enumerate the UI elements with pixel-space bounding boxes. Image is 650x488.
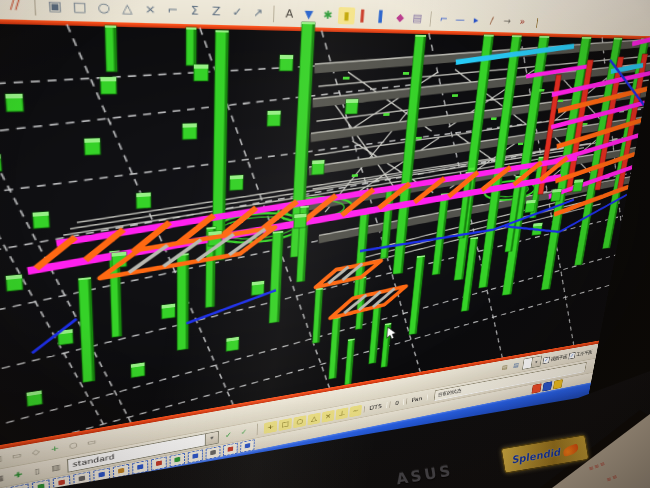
selection-switch-icon[interactable]	[32, 479, 50, 488]
toolbar-icon[interactable]: ▥	[47, 460, 64, 475]
view-plane-label: 视图平面	[550, 353, 567, 362]
toolbar-icon[interactable]: △	[307, 412, 320, 425]
toolbar-separator	[257, 424, 258, 436]
checkmark-icon: ✓	[543, 356, 550, 364]
toolbar-icon[interactable]: □	[279, 418, 292, 431]
work-plane-checkbox[interactable]: ✓ 工作平面	[568, 349, 592, 359]
status-phase: 0	[389, 398, 404, 407]
flame-icon	[562, 443, 580, 456]
toolbar-icon[interactable]: ▯	[28, 464, 45, 479]
view-plane-checkbox[interactable]: ✓ 视图平面	[543, 353, 568, 364]
toolbar-icon[interactable]: ~	[349, 404, 362, 417]
selection-switch-icon[interactable]	[11, 483, 30, 488]
chevron-down-icon: ▾	[531, 356, 542, 367]
status-dts: DTS	[364, 402, 388, 413]
toolbar-icon[interactable]: +	[46, 442, 63, 457]
toolbar-icon[interactable]: ✓	[237, 425, 251, 439]
status-pan: Pan	[406, 394, 428, 404]
checkmark-icon: ✓	[568, 352, 575, 359]
work-plane-label: 工作平面	[576, 349, 593, 358]
toolbar-icon[interactable]: ▭	[83, 435, 99, 450]
toolbar-icon[interactable]: ○	[293, 415, 306, 428]
status-message: 当前的状态	[437, 387, 461, 398]
toolbar-icon[interactable]: ▭	[8, 448, 26, 463]
monitor-photo: ◉◎// ▣□○△×⌐ΣZ✓↗ A▼✱▮▍▍◆▤ ⌐—▸/→»| □▭◇+○▭ …	[0, 0, 650, 488]
toolbar-icon[interactable]: ▤	[510, 360, 521, 372]
toolbar-icon[interactable]: □	[0, 452, 6, 467]
toolbar-icon[interactable]: ✓	[222, 428, 236, 442]
toolbar-icon[interactable]: ⊥	[336, 407, 349, 420]
toolbar-icon[interactable]: ▤	[499, 362, 511, 374]
splendid-label: Splendid	[510, 446, 561, 465]
toolbar-icon[interactable]: ×	[322, 410, 335, 423]
toolbar-icon[interactable]: ▦	[0, 471, 8, 486]
toolbar-icon[interactable]: ◇	[27, 445, 45, 460]
toolbar-icon[interactable]: ✚	[9, 467, 27, 482]
toolbar-icon[interactable]: ○	[65, 438, 82, 453]
chevron-down-icon: ▾	[205, 431, 218, 445]
toolbar-icon[interactable]: +	[264, 420, 278, 433]
